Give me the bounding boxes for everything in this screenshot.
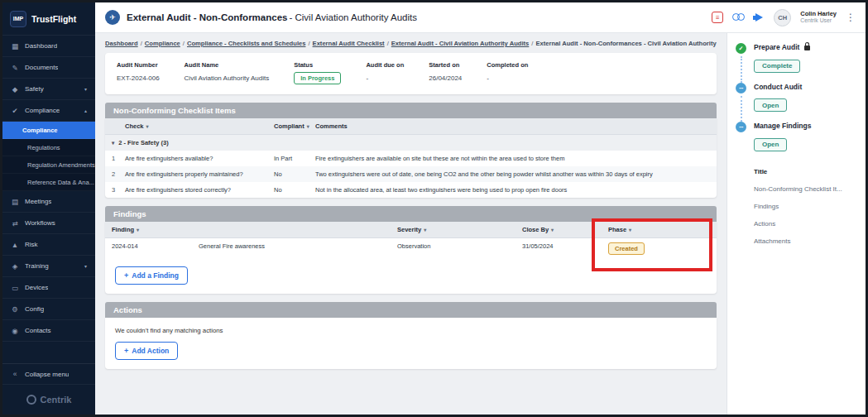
column-header-severity[interactable]: Severity▾ — [391, 222, 516, 238]
sidebar-item-meetings[interactable]: ▤ Meetings — [2, 191, 95, 213]
sidebar-item-label: Contacts — [25, 327, 51, 334]
findings-header-row: Finding▾ Severity▾ Close By▾ Phase▾ — [105, 222, 717, 238]
sidebar-item-devices[interactable]: ▭ Devices — [2, 277, 95, 299]
sidebar-subitem-reference-data[interactable]: Reference Data & Ana... — [2, 174, 95, 191]
sidebar-item-label: Documents — [25, 64, 58, 71]
sidebar-item-label: Meetings — [25, 198, 51, 205]
user-name: Colin Harley — [800, 10, 837, 17]
column-header-comments[interactable]: Comments — [309, 118, 717, 135]
sidebar-item-label: Compliance — [25, 107, 60, 114]
sidebar-subitem-regulations[interactable]: Regulations — [2, 139, 95, 156]
sidebar-subitem-label: Regulations — [27, 144, 60, 151]
sidebar: IMP TrustFlight ▦ Dashboard ✎ Documents … — [2, 2, 95, 415]
column-header-finding[interactable]: Finding▾ — [105, 222, 192, 238]
breadcrumb-checklists-schedules[interactable]: Compliance - Checklists and Schedules — [187, 40, 305, 47]
add-finding-label: Add a Finding — [132, 271, 179, 280]
chevron-down-icon: ▾ — [84, 263, 87, 269]
checkmark-icon: ✔ — [11, 107, 19, 115]
sidebar-item-label: Devices — [25, 284, 48, 291]
megaphone-icon[interactable] — [753, 12, 765, 22]
finding-row[interactable]: 2024-014 General Fire awareness Observat… — [105, 238, 717, 260]
sidebar-item-training[interactable]: ◈ Training ▾ — [2, 256, 95, 277]
breadcrumb-dashboard[interactable]: Dashboard — [105, 40, 138, 47]
sidebar-item-compliance[interactable]: ✔ Compliance ▴ — [2, 100, 95, 122]
sidebar-item-documents[interactable]: ✎ Documents — [2, 57, 95, 79]
column-header-check[interactable]: Check▾ — [118, 118, 267, 135]
field-label: Status — [294, 61, 341, 69]
sort-icon: ▾ — [137, 228, 139, 232]
header-actions: ≡ CH Colin Harley Centrik User ⋮ — [712, 9, 856, 26]
sidebar-item-safety[interactable]: ◆ Safety ▾ — [2, 79, 95, 100]
subnav-item-attachments[interactable]: Attachments — [754, 237, 857, 245]
open-button-manage-findings[interactable]: Open — [754, 138, 787, 151]
sidebar-item-label: Training — [25, 262, 49, 270]
workflow-step-manage-findings: ··· Manage Findings Open — [736, 122, 857, 161]
sidebar-item-dashboard[interactable]: ▦ Dashboard — [2, 36, 95, 57]
step-label: Prepare Audit — [754, 43, 799, 51]
sidebar-subitem-regulation-amendments[interactable]: Regulation Amendments — [2, 156, 95, 174]
audit-number-field: Audit Number EXT-2024-006 — [117, 61, 160, 84]
subnav-item-findings[interactable]: Findings — [754, 203, 857, 210]
breadcrumb-separator — [138, 40, 145, 47]
sort-icon: ▾ — [551, 228, 554, 232]
sidebar-item-workflows[interactable]: ⇄ Workflows — [2, 213, 95, 234]
add-action-label: Add Action — [132, 347, 169, 355]
kebab-menu-icon[interactable]: ⋮ — [846, 12, 856, 23]
workflow-icon: ⇄ — [11, 219, 19, 228]
brand-name: TrustFlight — [31, 14, 76, 24]
findings-table: Finding▾ Severity▾ Close By▾ Phase▾ 2024… — [105, 222, 717, 259]
add-action-button[interactable]: +Add Action — [115, 342, 178, 360]
top-header: ✈ External Audit - Non-ConformancesCivil… — [95, 2, 866, 33]
checklist-row: 3 Are fire extinguishers stored correctl… — [105, 182, 717, 198]
started-on-field: Started on 26/04/2024 — [429, 61, 462, 84]
breadcrumb-compliance[interactable]: Compliance — [145, 40, 180, 47]
checklist-group-row[interactable]: ▾2 - Fire Safety (3) — [105, 135, 717, 151]
subnav-item-title[interactable]: Title — [754, 168, 857, 175]
content-row: DashboardComplianceCompliance - Checklis… — [95, 33, 866, 415]
number-column-header — [105, 118, 118, 135]
checklist-row: 2 Are fire extinguishers properly mainta… — [105, 166, 717, 182]
avatar[interactable]: CH — [774, 9, 791, 26]
column-label: Close By — [522, 226, 549, 233]
add-finding-button[interactable]: +Add a Finding — [115, 266, 188, 285]
subnav-item-actions[interactable]: Actions — [754, 220, 857, 228]
sidebar-spacer — [2, 342, 95, 363]
subnav-item-non-conforming-checklist[interactable]: Non-Conforming Checklist It... — [754, 185, 857, 193]
column-header-phase[interactable]: Phase▾ — [602, 222, 717, 238]
user-info: Colin Harley Centrik User — [800, 10, 837, 24]
field-value: - — [487, 74, 528, 82]
compliant-cell: In Part — [267, 151, 309, 166]
calendar-icon: ▤ — [11, 198, 19, 206]
column-header-compliant[interactable]: Compliant▾ — [267, 118, 309, 135]
column-header-close-by[interactable]: Close By▾ — [516, 222, 602, 238]
workflow-subnav: Title Non-Conforming Checklist It... Fin… — [736, 168, 857, 245]
sidebar-item-config[interactable]: ⚙ Config — [2, 299, 95, 320]
sort-icon: ▾ — [146, 124, 149, 129]
empty-actions-message: We couldn't find any matching actions — [105, 318, 717, 334]
field-value: EXT-2024-006 — [117, 74, 160, 82]
checklist-table: Check▾ Compliant▾ Comments ▾2 - Fire Saf… — [105, 118, 717, 198]
centrik-logo-icon — [26, 395, 36, 405]
breadcrumb-separator — [385, 40, 391, 47]
collapse-menu-button[interactable]: « Collapse menu — [2, 363, 95, 385]
section-header-checklist: Non-Conforming Checklist Items — [105, 103, 717, 118]
lock-icon — [804, 46, 810, 50]
sidebar-item-label: Risk — [25, 241, 38, 248]
breadcrumb-caa-audits[interactable]: External Audit - Civil Aviation Authorit… — [391, 40, 530, 47]
sidebar-subitem-compliance[interactable]: Compliance — [2, 122, 95, 139]
page-title: External Audit - Non-ConformancesCivil A… — [127, 12, 417, 22]
status-badge: In Progress — [294, 72, 341, 84]
whats-new-icon[interactable]: ≡ — [712, 12, 723, 23]
sidebar-nav: ▦ Dashboard ✎ Documents ◆ Safety ▾ ✔ Com… — [2, 36, 95, 342]
open-button-conduct-audit[interactable]: Open — [754, 98, 787, 112]
comments-cell: Two extinguishers were out of date, one … — [309, 166, 717, 182]
main-column: ✈ External Audit - Non-ConformancesCivil… — [95, 2, 866, 415]
sidebar-item-risk[interactable]: ▲ Risk — [2, 234, 95, 256]
breadcrumb-external-audit-checklist[interactable]: External Audit Checklist — [313, 40, 385, 47]
complete-button[interactable]: Complete — [754, 60, 800, 73]
sidebar-item-contacts[interactable]: ◉ Contacts — [2, 320, 95, 342]
sidebar-item-label: Workflows — [25, 219, 55, 227]
page-title-main: External Audit - Non-Conformances — [127, 12, 287, 22]
link-icon[interactable] — [732, 13, 744, 22]
group-label: 2 - Fire Safety (3) — [118, 139, 168, 146]
